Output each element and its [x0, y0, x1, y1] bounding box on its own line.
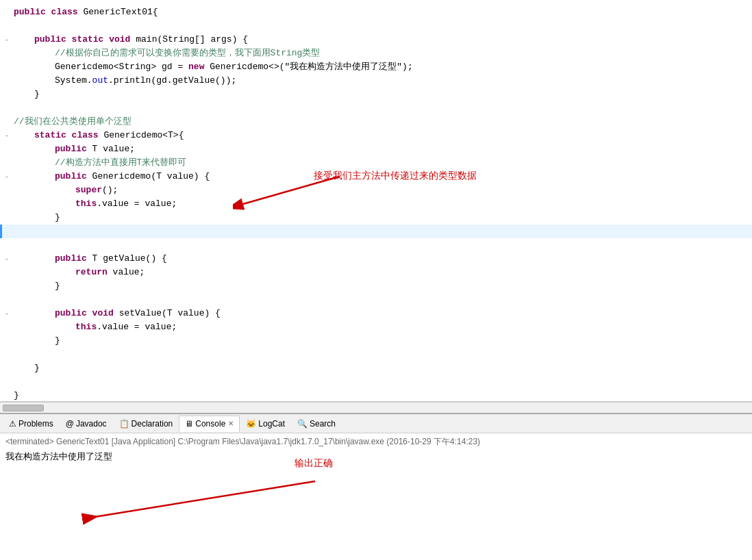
tab-search[interactable]: 🔍Search [291, 416, 342, 432]
svg-line-3 [82, 481, 315, 519]
code-area: public class GenericText01{-public stati… [0, 0, 752, 402]
tab-label: Problems [18, 419, 53, 429]
code-content: } [14, 88, 747, 101]
code-content: public T getValue() { [14, 252, 747, 266]
tab-close-button[interactable]: ✕ [228, 420, 234, 427]
code-content: this.value = value; [14, 197, 747, 211]
code-line [0, 225, 752, 238]
token-normal: } [55, 212, 60, 222]
token-cm: //构造方法中直接用T来代替即可 [55, 157, 186, 168]
token-kw: static class [34, 130, 103, 140]
code-line: } [0, 88, 752, 101]
code-content: public static void main(String[] args) { [14, 33, 747, 47]
code-line [0, 101, 752, 115]
token-normal: setValue(T value) { [119, 308, 221, 318]
fold-gutter[interactable]: - [0, 252, 14, 266]
token-normal: Genericdemo<>("我在构造方法中使用了泛型"); [210, 62, 412, 72]
code-line: //构造方法中直接用T来代替即可 [0, 156, 752, 170]
code-content: this.value = value; [14, 320, 747, 334]
code-line [0, 375, 752, 389]
code-content: public Genericdemo(T value) { [14, 170, 747, 183]
code-line: //我们在公共类使用单个泛型 [0, 115, 752, 129]
code-line: //根据你自己的需求可以变换你需要的类型，我下面用String类型 [0, 47, 752, 60]
code-line: this.value = value; [0, 197, 752, 211]
tab-label: LogCat [258, 419, 285, 429]
code-line [0, 238, 752, 252]
code-line: -public Genericdemo(T value) { [0, 170, 752, 183]
code-content: } [14, 211, 747, 225]
code-line [0, 293, 752, 307]
code-line: -public static void main(String[] args) … [0, 33, 752, 47]
fold-gutter[interactable]: - [0, 307, 14, 320]
token-kw: super [75, 185, 102, 195]
tab-bar: ⚠Problems@Javadoc📋Declaration🖥Console✕🐱L… [0, 414, 752, 433]
code-line: } [0, 389, 752, 402]
token-normal: value; [113, 267, 145, 277]
code-content: //我们在公共类使用单个泛型 [14, 115, 747, 129]
code-content: //构造方法中直接用T来代替即可 [14, 156, 747, 170]
token-kw: public [55, 144, 92, 154]
code-content: public class GenericText01{ [14, 5, 747, 19]
bottom-panel: ⚠Problems@Javadoc📋Declaration🖥Console✕🐱L… [0, 413, 752, 560]
token-normal: } [34, 89, 40, 99]
token-cm: //根据你自己的需求可以变换你需要的类型，我下面用String类型 [55, 48, 320, 58]
tab-icon-logcat: 🐱 [246, 419, 256, 429]
token-normal: } [55, 335, 60, 346]
console-output: <terminated> GenericText01 [Java Applica… [0, 433, 752, 560]
code-content: public T value; [14, 142, 747, 156]
code-content: super(); [14, 183, 747, 197]
tab-console[interactable]: 🖥Console✕ [179, 416, 240, 432]
scroll-thumb[interactable] [3, 405, 44, 411]
token-normal: (); [102, 185, 118, 195]
tab-label: Search [310, 419, 336, 429]
code-content: } [14, 279, 747, 293]
code-line: super(); [0, 183, 752, 197]
tab-label: Console [195, 419, 225, 429]
token-kw: public void [55, 308, 119, 318]
fold-gutter[interactable]: - [0, 33, 14, 47]
code-line: -public T getValue() { [0, 252, 752, 266]
tab-icon-console: 🖥 [185, 419, 193, 429]
token-normal: } [55, 281, 60, 291]
fold-gutter[interactable]: - [0, 129, 14, 142]
code-line [0, 19, 752, 33]
token-kw: this [75, 199, 97, 209]
code-content: } [14, 334, 747, 348]
tab-problems[interactable]: ⚠Problems [3, 416, 60, 432]
code-line: Genericdemo<String> gd = new Genericdemo… [0, 60, 752, 74]
code-content: public void setValue(T value) { [14, 307, 747, 320]
code-line: return value; [0, 266, 752, 279]
code-editor: public class GenericText01{-public stati… [0, 0, 752, 402]
tab-icon-declaration: 📋 [119, 419, 129, 429]
fold-gutter[interactable]: - [0, 170, 14, 183]
output-arrow [62, 468, 356, 529]
code-line: System.out.println(gd.getValue()); [0, 74, 752, 88]
code-line: -public void setValue(T value) { [0, 307, 752, 320]
horizontal-scrollbar[interactable] [0, 402, 752, 413]
token-normal: } [14, 390, 19, 400]
token-normal: System. [55, 75, 92, 86]
token-kw: return [75, 267, 113, 277]
code-content: System.out.println(gd.getValue()); [14, 74, 747, 88]
code-line: -static class Genericdemo<T>{ [0, 129, 752, 142]
token-normal: main(String[] args) { [136, 34, 248, 44]
tab-javadoc[interactable]: @Javadoc [60, 416, 113, 432]
token-kw: public class [14, 7, 83, 17]
token-normal: Genericdemo<T>{ [103, 130, 184, 140]
token-cm: //我们在公共类使用单个泛型 [14, 116, 131, 127]
token-cn: out [92, 75, 108, 86]
code-content: //根据你自己的需求可以变换你需要的类型，我下面用String类型 [14, 47, 747, 60]
code-line [0, 348, 752, 361]
code-content: } [14, 389, 747, 402]
tab-logcat[interactable]: 🐱LogCat [240, 416, 291, 432]
tab-declaration[interactable]: 📋Declaration [113, 416, 179, 432]
token-kw: public [55, 253, 92, 264]
token-normal: Genericdemo(T value) { [92, 171, 210, 181]
token-normal: .value = value; [97, 322, 177, 332]
code-line: } [0, 211, 752, 225]
token-kw: public static void [34, 34, 136, 44]
tab-label: Declaration [131, 419, 173, 429]
code-line: public class GenericText01{ [0, 5, 752, 19]
token-kw: new [188, 62, 210, 72]
code-line: } [0, 334, 752, 348]
